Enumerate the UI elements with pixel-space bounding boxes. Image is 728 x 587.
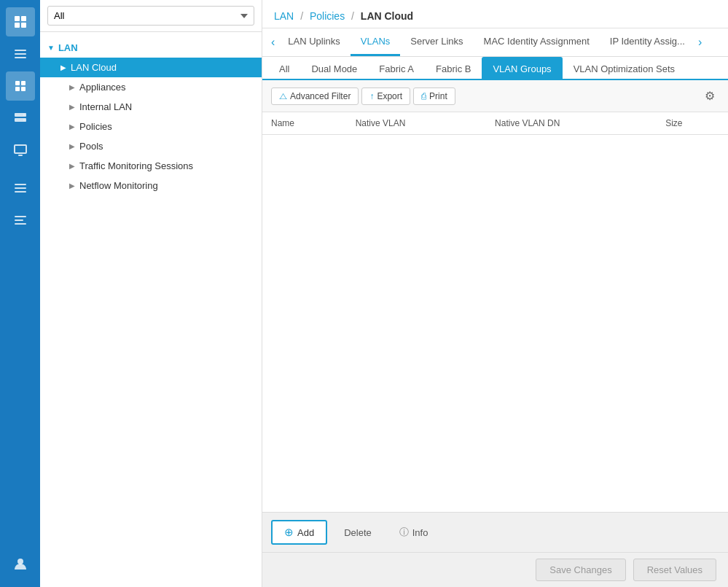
tab-fabric-b[interactable]: Fabric B	[425, 57, 482, 80]
section-arrow: ▼	[47, 44, 55, 52]
tab-ip-identity[interactable]: IP Identity Assig...	[600, 28, 695, 56]
nav-icon-list[interactable]	[6, 39, 35, 69]
internal-lan-arrow: ▶	[69, 103, 75, 111]
tab-vlans[interactable]: VLANs	[351, 28, 400, 56]
svg-rect-3	[21, 23, 26, 28]
nav-icon-user[interactable]	[6, 549, 35, 578]
appliances-label: Appliances	[79, 82, 126, 93]
action-bar: ⊕ Add Delete ⓘ Info	[262, 512, 728, 552]
svg-rect-7	[15, 81, 20, 85]
print-icon: ⎙	[421, 91, 426, 101]
breadcrumb-lan[interactable]: LAN	[274, 10, 294, 22]
nav-icon-menu2[interactable]	[6, 174, 35, 203]
advanced-filter-btn[interactable]: ⧍ Advanced Filter	[271, 88, 359, 105]
table-header-row: Name Native VLAN Native VLAN DN Size	[262, 112, 728, 135]
svg-rect-19	[15, 191, 26, 193]
svg-rect-5	[15, 53, 26, 55]
svg-rect-0	[15, 16, 20, 21]
col-size: Size	[657, 112, 728, 135]
traffic-label: Traffic Monitoring Sessions	[79, 160, 193, 171]
netflow-label: Netflow Monitoring	[79, 180, 158, 191]
pools-label: Pools	[79, 141, 103, 152]
reset-values-btn[interactable]: Reset Values	[633, 559, 716, 581]
col-native-vlan: Native VLAN	[347, 112, 486, 135]
tab-vlan-groups[interactable]: VLAN Groups	[482, 57, 562, 80]
sidebar-item-netflow[interactable]: ▶ Netflow Monitoring	[40, 176, 262, 195]
advanced-filter-label: Advanced Filter	[290, 91, 351, 101]
breadcrumb: LAN / Policies / LAN Cloud	[262, 0, 728, 28]
netflow-arrow: ▶	[69, 182, 75, 190]
tab-vlan-opt-sets[interactable]: VLAN Optimization Sets	[563, 57, 686, 80]
info-btn[interactable]: ⓘ Info	[388, 521, 439, 544]
sidebar-children: ▶ LAN Cloud ▶ Appliances ▶ Internal LAN …	[40, 58, 262, 195]
tab-mac-identity[interactable]: MAC Identity Assignment	[474, 28, 600, 56]
sidebar-item-lan-cloud[interactable]: ▶ LAN Cloud	[40, 58, 262, 77]
export-icon: ↑	[369, 91, 374, 101]
svg-rect-9	[15, 87, 20, 91]
sidebar-item-policies[interactable]: ▶ Policies	[40, 117, 262, 136]
add-label: Add	[297, 527, 314, 538]
svg-rect-4	[15, 50, 26, 51]
export-btn[interactable]: ↑ Export	[361, 88, 410, 105]
internal-lan-label: Internal LAN	[79, 101, 132, 112]
print-btn[interactable]: ⎙ Print	[413, 88, 455, 105]
delete-label: Delete	[344, 527, 372, 538]
svg-rect-17	[15, 184, 26, 185]
sidebar-item-traffic-monitoring[interactable]: ▶ Traffic Monitoring Sessions	[40, 156, 262, 176]
policies-label: Policies	[79, 121, 112, 132]
delete-btn[interactable]: Delete	[333, 522, 383, 543]
icon-rail	[0, 0, 40, 587]
nav-icon-menu3[interactable]	[6, 206, 35, 235]
svg-rect-22	[15, 223, 26, 225]
filter-icon: ⧍	[279, 91, 287, 101]
sidebar-item-appliances[interactable]: ▶ Appliances	[40, 77, 262, 97]
gear-btn[interactable]: ⚙	[700, 86, 719, 106]
sidebar-section-lan[interactable]: ▼ LAN	[40, 38, 262, 58]
col-native-vlan-dn: Native VLAN DN	[486, 112, 657, 135]
lan-cloud-arrow: ▶	[60, 63, 66, 71]
save-changes-btn[interactable]: Save Changes	[536, 559, 625, 581]
tab-bar-2: All Dual Mode Fabric A Fabric B VLAN Gro…	[262, 57, 728, 80]
svg-rect-16	[18, 155, 23, 156]
add-btn[interactable]: ⊕ Add	[271, 520, 327, 545]
toolbar: ⧍ Advanced Filter ↑ Export ⎙ Print ⚙	[262, 80, 728, 112]
svg-rect-2	[15, 23, 20, 28]
add-icon: ⊕	[284, 526, 294, 539]
breadcrumb-sep1: /	[300, 10, 306, 22]
sidebar-tree: ▼ LAN ▶ LAN Cloud ▶ Appliances ▶ Interna…	[40, 32, 262, 587]
tab-all[interactable]: All	[268, 57, 300, 80]
appliances-arrow: ▶	[69, 83, 75, 91]
sidebar-item-internal-lan[interactable]: ▶ Internal LAN	[40, 97, 262, 117]
tab1-next-btn[interactable]: ›	[695, 30, 705, 55]
data-table: Name Native VLAN Native VLAN DN Size	[262, 112, 728, 135]
info-label: Info	[412, 527, 428, 538]
sidebar-dropdown[interactable]: AllFabric AFabric B	[40, 0, 262, 32]
nav-icon-home[interactable]	[6, 7, 35, 36]
nav-icon-monitor[interactable]	[6, 136, 35, 165]
tab-bar-1: ‹ LAN Uplinks VLANs Server Links MAC Ide…	[262, 28, 728, 57]
section-label: LAN	[58, 42, 78, 53]
svg-point-23	[17, 559, 23, 564]
all-select[interactable]: AllFabric AFabric B	[47, 6, 254, 26]
export-label: Export	[377, 91, 402, 101]
tab-server-links[interactable]: Server Links	[400, 28, 473, 56]
sidebar: AllFabric AFabric B ▼ LAN ▶ LAN Cloud ▶ …	[40, 0, 262, 587]
breadcrumb-policies[interactable]: Policies	[310, 10, 345, 22]
svg-rect-1	[21, 16, 26, 21]
policies-arrow: ▶	[69, 123, 75, 131]
svg-point-14	[23, 120, 25, 121]
svg-rect-15	[15, 145, 26, 153]
info-icon: ⓘ	[399, 526, 409, 539]
reset-label: Reset Values	[647, 564, 702, 575]
svg-rect-20	[15, 216, 26, 217]
tab-fabric-a[interactable]: Fabric A	[368, 57, 425, 80]
sidebar-item-pools[interactable]: ▶ Pools	[40, 136, 262, 156]
nav-icon-server[interactable]	[6, 104, 35, 133]
lan-cloud-label: LAN Cloud	[71, 62, 117, 73]
table-area: Name Native VLAN Native VLAN DN Size	[262, 112, 728, 512]
tab-lan-uplinks[interactable]: LAN Uplinks	[278, 28, 351, 56]
tab-dual-mode[interactable]: Dual Mode	[300, 57, 368, 80]
traffic-arrow: ▶	[69, 162, 75, 170]
nav-icon-network[interactable]	[6, 71, 35, 101]
tab1-prev-btn[interactable]: ‹	[268, 30, 278, 55]
